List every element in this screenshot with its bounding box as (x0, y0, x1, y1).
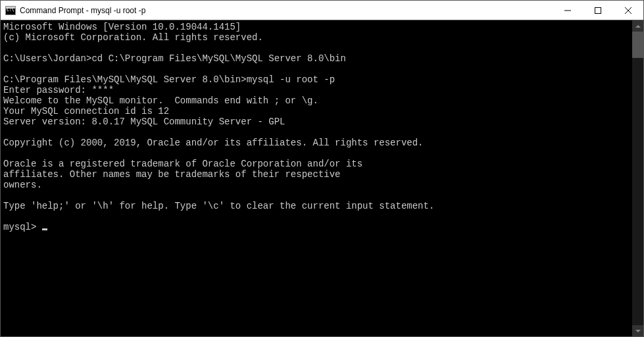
command-prompt-window: C:\ Command Prompt - mysql -u root -p Mi… (0, 0, 644, 337)
svg-marker-5 (635, 330, 641, 332)
vertical-scrollbar[interactable] (632, 20, 643, 336)
minimize-button[interactable] (553, 1, 583, 20)
terminal-area: Microsoft Windows [Version 10.0.19044.14… (1, 20, 643, 336)
titlebar[interactable]: C:\ Command Prompt - mysql -u root -p (1, 1, 643, 20)
window-controls (553, 1, 643, 20)
scroll-track[interactable] (632, 32, 643, 325)
scroll-thumb[interactable] (632, 32, 643, 58)
svg-marker-4 (635, 25, 641, 28)
maximize-button[interactable] (583, 1, 613, 20)
window-title: Command Prompt - mysql -u root -p (20, 6, 145, 15)
cmd-icon: C:\ (5, 6, 16, 15)
scroll-down-button[interactable] (632, 325, 643, 336)
cursor (42, 228, 47, 230)
close-button[interactable] (613, 1, 643, 20)
svg-rect-1 (595, 7, 601, 13)
terminal-output[interactable]: Microsoft Windows [Version 10.0.19044.14… (1, 20, 632, 336)
scroll-up-button[interactable] (632, 20, 643, 32)
